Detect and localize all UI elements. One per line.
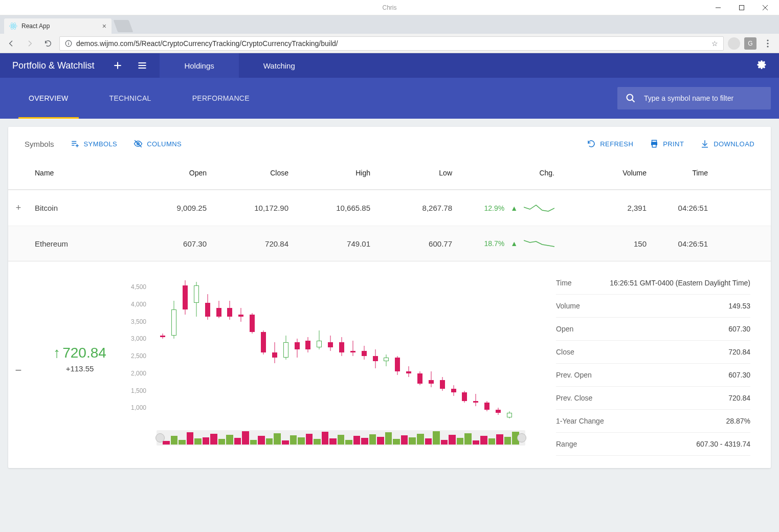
holdings-card: Symbols SYMBOLS COLUMNS REFRESH PRINT	[8, 127, 771, 468]
candlestick-chart[interactable]: 1,0001,5002,0002,5003,0003,5004,0004,500	[131, 261, 536, 456]
info-row: 1-Year Change28.87%	[556, 410, 750, 433]
svg-rect-1	[740, 5, 744, 10]
col-time[interactable]: Time	[659, 169, 720, 177]
os-titlebar: Chris	[0, 0, 779, 15]
info-row: Prev. Close720.84	[556, 387, 750, 410]
view-tabs: OVERVIEW TECHNICAL PERFORMANCE	[8, 78, 270, 119]
app-subheader: OVERVIEW TECHNICAL PERFORMANCE	[0, 78, 779, 119]
svg-line-20	[632, 100, 635, 102]
table-row[interactable]: + Bitcoin 9,009.25 10,172.90 10,665.85 8…	[8, 190, 771, 226]
cell-time: 04:26:51	[659, 239, 720, 248]
content-area: Symbols SYMBOLS COLUMNS REFRESH PRINT	[0, 119, 779, 532]
col-high[interactable]: High	[301, 169, 383, 177]
address-bar[interactable]: demos.wijmo.com/5/React/CryptoCurrencyTr…	[59, 36, 724, 51]
window-maximize-button[interactable]	[730, 0, 753, 15]
detail-info-table: Time16:26:51 GMT-0400 (Eastern Daylight …	[536, 261, 771, 456]
symbols-label: Symbols	[25, 140, 54, 148]
refresh-button[interactable]: REFRESH	[587, 139, 633, 148]
browser-tab[interactable]: React App ×	[4, 18, 112, 34]
react-favicon-icon	[9, 22, 17, 30]
download-button[interactable]: DOWNLOAD	[700, 139, 754, 148]
price-summary: ↑ 720.84 +113.55	[29, 261, 131, 456]
print-icon	[650, 139, 659, 148]
search-input[interactable]	[644, 94, 763, 102]
app-title: Portfolio & Watchlist	[0, 60, 106, 71]
refresh-icon	[587, 139, 596, 148]
collapse-row-button[interactable]: −	[8, 261, 29, 456]
range-handle-left[interactable]	[155, 433, 165, 442]
tab-technical[interactable]: TECHNICAL	[89, 78, 172, 119]
new-tab-button[interactable]	[114, 20, 133, 32]
info-row: Close720.84	[556, 341, 750, 364]
cell-low: 600.77	[383, 239, 464, 248]
table-row[interactable]: Ethereum 607.30 720.84 749.01 600.77 18.…	[8, 226, 771, 261]
expand-row-button[interactable]: +	[14, 203, 35, 213]
app-header: Portfolio & Watchlist Holdings Watching	[0, 53, 779, 78]
cell-time: 04:26:51	[659, 204, 720, 212]
forward-button[interactable]	[23, 36, 37, 51]
range-selector[interactable]	[157, 430, 525, 446]
tab-holdings[interactable]: Holdings	[160, 53, 238, 78]
settings-gear-icon[interactable]	[743, 60, 779, 71]
col-name[interactable]: Name	[35, 169, 137, 177]
up-triangle-icon: ▲	[510, 204, 518, 212]
tab-overview[interactable]: OVERVIEW	[8, 78, 89, 119]
browser-tab-title: React App	[21, 23, 50, 30]
svg-point-10	[68, 41, 69, 42]
reload-button[interactable]	[41, 36, 55, 51]
tab-close-icon[interactable]: ×	[102, 22, 106, 30]
info-row: Open607.30	[556, 318, 750, 341]
col-close[interactable]: Close	[219, 169, 301, 177]
add-portfolio-button[interactable]	[113, 60, 123, 71]
cell-chg: 12.9% ▲	[464, 203, 567, 213]
cell-open: 9,009.25	[137, 204, 219, 212]
cell-chg: 18.7% ▲	[464, 238, 567, 249]
info-row: Volume149.53	[556, 295, 750, 318]
symbols-button[interactable]: SYMBOLS	[71, 139, 118, 148]
profile-icon[interactable]: G	[744, 37, 756, 50]
svg-point-12	[767, 42, 768, 44]
price-delta: +113.55	[66, 364, 94, 373]
tab-watching[interactable]: Watching	[239, 53, 320, 78]
url-text: demos.wijmo.com/5/React/CryptoCurrencyTr…	[76, 39, 338, 48]
svg-point-4	[13, 26, 14, 27]
svg-rect-28	[652, 140, 657, 142]
back-button[interactable]	[4, 36, 18, 51]
browser-tabstrip: React App ×	[0, 15, 779, 34]
svg-point-13	[767, 46, 768, 47]
site-info-icon[interactable]	[65, 40, 72, 47]
col-chg[interactable]: Chg.	[464, 169, 567, 177]
cell-close: 720.84	[219, 239, 301, 248]
cell-high: 10,665.85	[301, 204, 383, 212]
cell-open: 607.30	[137, 239, 219, 248]
svg-rect-30	[652, 145, 656, 147]
col-low[interactable]: Low	[383, 169, 464, 177]
svg-point-11	[767, 39, 768, 41]
window-close-button[interactable]	[753, 0, 777, 15]
grid-toolbar: Symbols SYMBOLS COLUMNS REFRESH PRINT	[8, 127, 771, 157]
info-row: Time16:26:51 GMT-0400 (Eastern Daylight …	[556, 272, 750, 295]
col-volume[interactable]: Volume	[567, 169, 659, 177]
playlist-add-icon	[71, 139, 80, 148]
col-open[interactable]: Open	[137, 169, 219, 177]
browser-toolbar: demos.wijmo.com/5/React/CryptoCurrencyTr…	[0, 34, 779, 53]
sparkline-icon	[524, 203, 554, 213]
os-username: Chris	[382, 4, 396, 11]
search-box[interactable]	[617, 87, 771, 109]
portfolio-tabs: Holdings Watching	[160, 53, 319, 78]
menu-button[interactable]	[137, 60, 147, 71]
range-handle-right[interactable]	[517, 433, 526, 442]
cell-high: 749.01	[301, 239, 383, 248]
tab-performance[interactable]: PERFORMANCE	[172, 78, 270, 119]
table-header: Name Open Close High Low Chg. Volume Tim…	[8, 157, 771, 190]
window-minimize-button[interactable]	[706, 0, 730, 15]
extension-icon[interactable]	[728, 37, 740, 50]
svg-point-19	[627, 95, 633, 101]
columns-button[interactable]: COLUMNS	[133, 139, 182, 148]
bookmark-star-icon[interactable]: ☆	[711, 39, 718, 48]
print-button[interactable]: PRINT	[650, 139, 684, 148]
cell-name: Bitcoin	[35, 204, 137, 212]
info-row: Range607.30 - 4319.74	[556, 433, 750, 456]
visibility-off-icon	[133, 139, 143, 148]
chrome-menu-button[interactable]	[761, 36, 775, 51]
